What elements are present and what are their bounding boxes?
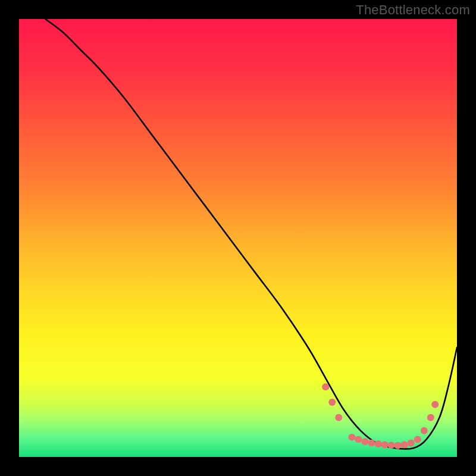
marker-dot [322, 383, 329, 390]
marker-dot [368, 439, 375, 446]
plot-area [19, 19, 457, 457]
marker-dot [361, 438, 368, 445]
marker-dot [408, 439, 415, 446]
gradient-background [19, 19, 457, 457]
marker-dot [388, 441, 395, 449]
marker-dot [335, 414, 342, 421]
marker-dot [375, 440, 382, 447]
marker-dot [394, 442, 402, 449]
chart-svg [19, 19, 457, 457]
chart-container: TheBottleneck.com [0, 0, 476, 476]
marker-dot [427, 414, 434, 421]
marker-dot [431, 401, 439, 408]
marker-dot [381, 441, 389, 448]
marker-dot [401, 441, 408, 448]
marker-dot [348, 434, 355, 441]
marker-dot [328, 399, 336, 406]
marker-dot [421, 427, 428, 434]
marker-dot [414, 436, 421, 443]
watermark-text: TheBottleneck.com [356, 2, 470, 18]
marker-dot [355, 436, 362, 443]
